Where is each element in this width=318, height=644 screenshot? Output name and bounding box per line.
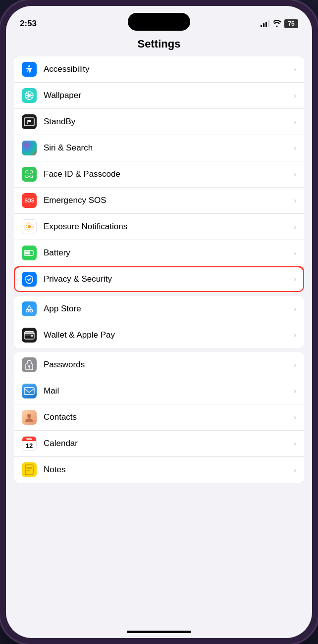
- settings-row-calendar[interactable]: SUN 12 Calendar ›: [14, 431, 304, 457]
- svg-point-0: [28, 65, 30, 67]
- settings-row-privacy[interactable]: Privacy & Security ›: [14, 266, 304, 292]
- contacts-icon: [22, 410, 37, 425]
- appstore-label: App Store: [44, 304, 294, 314]
- faceid-chevron: ›: [294, 170, 296, 178]
- battery-label: Battery: [44, 248, 294, 258]
- siri-label: Siri & Search: [44, 143, 294, 153]
- exposure-label: Exposure Notifications: [44, 222, 294, 232]
- settings-row-wallpaper[interactable]: Wallpaper ›: [14, 83, 304, 109]
- passwords-icon: [22, 357, 37, 372]
- mail-icon: [22, 384, 37, 398]
- wallpaper-label: Wallpaper: [44, 91, 294, 100]
- privacy-chevron: ›: [294, 275, 296, 283]
- settings-row-wallet[interactable]: Wallet & Apple Pay ›: [14, 322, 304, 348]
- standby-label: StandBy: [44, 117, 294, 127]
- svg-point-22: [27, 414, 31, 418]
- emergency-icon: SOS: [22, 193, 37, 208]
- svg-rect-10: [25, 251, 30, 254]
- wallet-icon: [22, 328, 37, 343]
- svg-point-12: [26, 310, 29, 312]
- svg-point-13: [30, 310, 33, 312]
- settings-row-accessibility[interactable]: Accessibility ›: [14, 56, 304, 83]
- battery-icon: 75: [284, 19, 298, 28]
- settings-row-emergency[interactable]: SOS Emergency SOS ›: [14, 188, 304, 214]
- battery-settings-icon: [22, 246, 37, 260]
- mail-chevron: ›: [294, 387, 296, 395]
- wallet-label: Wallet & Apple Pay: [44, 330, 294, 340]
- siri-icon: [22, 141, 37, 155]
- status-icons: 75: [261, 19, 298, 28]
- notes-icon: [22, 462, 37, 477]
- contacts-chevron: ›: [294, 413, 296, 421]
- calendar-chevron: ›: [294, 440, 296, 447]
- appstore-chevron: ›: [294, 305, 296, 313]
- settings-section-2: App Store › Wallet & Apple Pay ›: [14, 296, 304, 348]
- svg-point-4: [28, 173, 29, 174]
- accessibility-chevron: ›: [294, 65, 296, 73]
- settings-row-contacts[interactable]: Contacts ›: [14, 404, 304, 431]
- home-indicator: [127, 631, 191, 633]
- passwords-label: Passwords: [44, 360, 294, 370]
- standby-icon: [22, 114, 37, 129]
- settings-section-1: Accessibility › Wallpaper ›: [14, 56, 304, 292]
- standby-chevron: ›: [294, 118, 296, 126]
- faceid-icon: [22, 167, 37, 182]
- settings-row-passwords[interactable]: Passwords ›: [14, 352, 304, 378]
- exposure-icon: [22, 219, 37, 234]
- settings-row-standby[interactable]: StandBy ›: [14, 109, 304, 135]
- wallet-chevron: ›: [294, 331, 296, 339]
- emergency-label: Emergency SOS: [44, 196, 294, 205]
- mail-label: Mail: [44, 386, 294, 396]
- privacy-label: Privacy & Security: [44, 274, 294, 284]
- accessibility-icon: [22, 62, 37, 77]
- passwords-chevron: ›: [294, 361, 296, 369]
- siri-chevron: ›: [294, 144, 296, 152]
- phone-screen: 2:53 75 Settings: [6, 6, 312, 638]
- emergency-chevron: ›: [294, 197, 296, 204]
- settings-row-exposure[interactable]: Exposure Notifications ›: [14, 214, 304, 240]
- settings-row-battery[interactable]: Battery ›: [14, 240, 304, 266]
- faceid-label: Face ID & Passcode: [44, 169, 294, 179]
- signal-icon: [261, 20, 269, 27]
- settings-row-notes[interactable]: Notes ›: [14, 457, 304, 483]
- exposure-chevron: ›: [294, 223, 296, 231]
- page-title: Settings: [6, 34, 312, 56]
- notes-chevron: ›: [294, 466, 296, 474]
- settings-section-3: Passwords › Mail ›: [14, 352, 304, 483]
- svg-point-6: [28, 225, 31, 228]
- contacts-label: Contacts: [44, 412, 294, 422]
- notes-label: Notes: [44, 465, 294, 475]
- phone-frame: 2:53 75 Settings: [0, 0, 318, 644]
- accessibility-label: Accessibility: [44, 64, 294, 74]
- wallpaper-icon: [22, 88, 37, 103]
- wifi-icon: [272, 20, 281, 28]
- battery-chevron: ›: [294, 249, 296, 257]
- calendar-icon: SUN 12: [22, 436, 37, 451]
- svg-rect-21: [24, 388, 34, 395]
- battery-level: 75: [288, 20, 294, 27]
- svg-rect-3: [28, 120, 31, 122]
- settings-row-faceid[interactable]: Face ID & Passcode ›: [14, 161, 304, 188]
- privacy-icon: [22, 272, 37, 287]
- settings-row-siri[interactable]: Siri & Search ›: [14, 135, 304, 161]
- status-time: 2:53: [20, 19, 37, 29]
- svg-point-5: [30, 173, 31, 174]
- settings-row-mail[interactable]: Mail ›: [14, 378, 304, 404]
- svg-rect-23: [25, 465, 33, 475]
- settings-row-appstore[interactable]: App Store ›: [14, 296, 304, 322]
- appstore-icon: [22, 301, 37, 316]
- wallpaper-chevron: ›: [294, 92, 296, 99]
- dynamic-island: [128, 13, 190, 31]
- calendar-label: Calendar: [44, 439, 294, 448]
- svg-rect-17: [31, 335, 33, 337]
